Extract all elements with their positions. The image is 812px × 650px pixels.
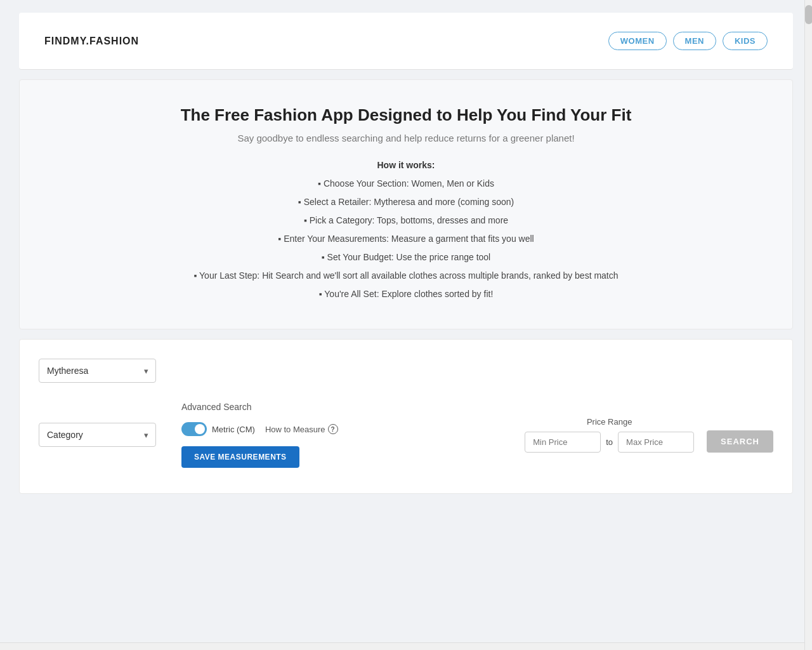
min-price-input[interactable] (525, 432, 601, 453)
price-inputs: to (525, 432, 694, 453)
question-icon: ? (328, 424, 338, 434)
women-nav-button[interactable]: WOMEN (608, 32, 667, 50)
toggle-slider (181, 422, 207, 436)
metric-toggle[interactable] (181, 422, 207, 436)
hero-subtitle: Say goodbye to endless searching and hel… (32, 133, 780, 143)
hero-title: The Free Fashion App Designed to Help Yo… (32, 105, 780, 125)
category-col: Category (39, 423, 156, 447)
category-select-wrapper: Category (39, 423, 156, 447)
controls-row: Metric (CM) How to Measure ? (181, 422, 499, 436)
how-it-works: How it works: ▪ Choose Your Section: Wom… (32, 156, 780, 303)
header: FINDMY.FASHION WOMEN MEN KIDS (19, 13, 793, 70)
step-1: ▪ Choose Your Section: Women, Men or Kid… (32, 175, 780, 192)
nav-buttons: WOMEN MEN KIDS (608, 32, 768, 50)
save-measurements-button[interactable]: SAVE MEASUREMENTS (181, 446, 299, 468)
retailer-select[interactable]: Mytheresa (39, 359, 156, 383)
men-nav-button[interactable]: MEN (673, 32, 716, 50)
scrollbar-thumb (805, 5, 812, 24)
price-range-label: Price Range (525, 417, 694, 427)
step-3: ▪ Pick a Category: Tops, bottoms, dresse… (32, 211, 780, 229)
how-to-measure-link[interactable]: How to Measure ? (265, 424, 338, 434)
advanced-search-label: Advanced Search (181, 402, 499, 412)
search-section: Mytheresa Category Advanced Search (19, 339, 793, 494)
search-button[interactable]: SEARCH (707, 430, 773, 453)
right-section: Price Range to SEARCH (525, 417, 773, 453)
step-4: ▪ Enter Your Measurements: Measure a gar… (32, 230, 780, 248)
step-2: ▪ Select a Retailer: Mytheresa and more … (32, 193, 780, 211)
how-it-works-title: How it works: (32, 156, 780, 174)
hero-section: The Free Fashion App Designed to Help Yo… (19, 79, 793, 329)
scrollbar-right (804, 0, 812, 507)
save-button-row: SAVE MEASUREMENTS (181, 446, 499, 468)
category-select[interactable]: Category (39, 423, 156, 447)
retailer-select-wrapper: Mytheresa (39, 359, 156, 383)
kids-nav-button[interactable]: KIDS (723, 32, 768, 50)
price-col: Price Range to (525, 417, 694, 453)
metric-toggle-container: Metric (CM) (181, 422, 255, 436)
retailer-row: Mytheresa (39, 359, 773, 383)
metric-label: Metric (CM) (212, 425, 255, 434)
middle-row: Category Advanced Search Metric (CM) How (39, 402, 773, 468)
step-7: ▪ You're All Set: Explore clothes sorted… (32, 285, 780, 303)
max-price-input[interactable] (618, 432, 694, 453)
step-5: ▪ Set Your Budget: Use the price range t… (32, 248, 780, 266)
advanced-col: Advanced Search Metric (CM) How to Measu… (181, 402, 499, 468)
how-to-measure-text: How to Measure (265, 425, 325, 434)
logo: FINDMY.FASHION (44, 36, 139, 47)
step-6: ▪ Your Last Step: Hit Search and we'll s… (32, 267, 780, 284)
price-to-label: to (606, 437, 613, 447)
